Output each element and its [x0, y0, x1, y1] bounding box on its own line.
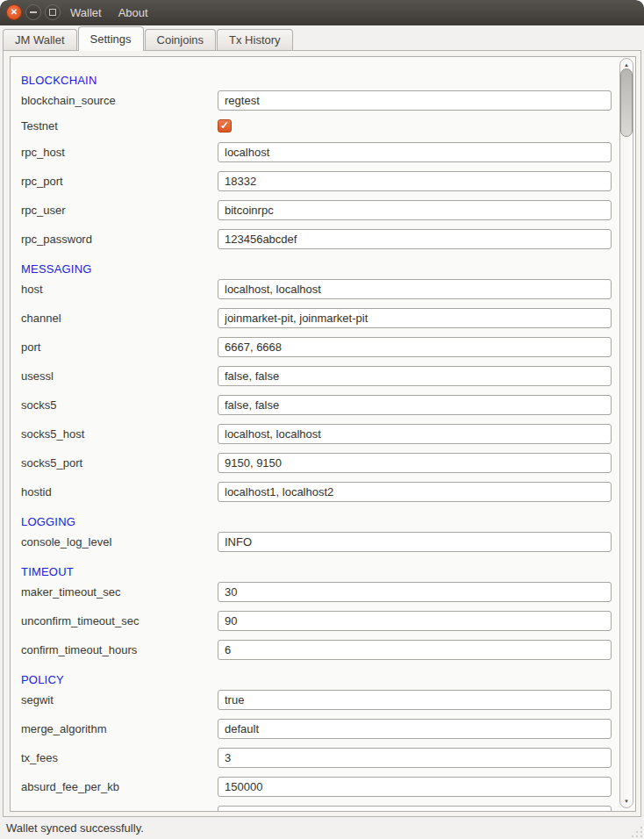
field-label: maker_timeout_sec: [21, 582, 120, 602]
tab-jm-wallet[interactable]: JM Wallet: [3, 29, 77, 50]
port-input[interactable]: [218, 337, 612, 357]
rpc_host-input[interactable]: [218, 142, 612, 162]
tab-bar: JM Wallet Settings Coinjoins Tx History: [0, 25, 644, 50]
setting-row-channel: channel: [21, 308, 618, 337]
setting-row-absurd_fee_per_kb: absurd_fee_per_kb: [21, 777, 618, 806]
rpc_password-input[interactable]: [218, 229, 612, 249]
channel-input[interactable]: [218, 308, 612, 328]
settings-form: BLOCKCHAINblockchain_sourceTestnet✓rpc_h…: [21, 69, 618, 811]
field-label: tx_fees: [21, 748, 58, 768]
field-label: socks5: [21, 395, 56, 415]
setting-row-rpc_user: rpc_user: [21, 200, 618, 229]
section-label: POLICY: [21, 673, 64, 686]
section-label: TIMEOUT: [21, 565, 74, 578]
field-label: socks5_port: [21, 453, 82, 473]
field-label: rpc_host: [21, 142, 65, 162]
field-label: confirm_timeout_hours: [21, 640, 137, 660]
setting-row-testnet: Testnet✓: [21, 119, 618, 142]
tx_fees-input[interactable]: [218, 748, 612, 768]
checkmark-icon: ✓: [220, 120, 229, 131]
vertical-scrollbar[interactable]: ▲ ▼: [619, 58, 633, 808]
socks5_host-input[interactable]: [218, 424, 612, 444]
resize-grip-icon[interactable]: [631, 826, 642, 837]
setting-row-confirm_timeout_hours: confirm_timeout_hours: [21, 640, 618, 669]
unconfirm_timeout_sec-input[interactable]: [218, 611, 612, 631]
close-button[interactable]: ✕: [6, 4, 22, 20]
setting-row-rpc_host: rpc_host: [21, 142, 618, 171]
usessl-input[interactable]: [218, 366, 612, 386]
hostid-input[interactable]: [218, 482, 612, 502]
field-label: socks5_host: [21, 424, 84, 444]
tab-tx-history[interactable]: Tx History: [217, 29, 293, 50]
field-label: port: [21, 337, 40, 357]
field-label: console_log_level: [21, 532, 111, 552]
settings-scroll-area: BLOCKCHAINblockchain_sourceTestnet✓rpc_h…: [10, 56, 636, 812]
setting-row-maker_timeout_sec: maker_timeout_sec: [21, 582, 618, 611]
host-input[interactable]: [218, 279, 612, 299]
minimize-icon: [30, 11, 37, 13]
setting-row-merge_algorithm: merge_algorithm: [21, 719, 618, 748]
field-label: rpc_port: [21, 171, 63, 191]
setting-row-unconfirm_timeout_sec: unconfirm_timeout_sec: [21, 611, 618, 640]
section-header-messaging: MESSAGING: [21, 258, 618, 279]
close-icon: ✕: [11, 8, 18, 17]
segwit-input[interactable]: [218, 690, 612, 710]
setting-row-console_log_level: console_log_level: [21, 532, 618, 561]
setting-row-socks5: socks5: [21, 395, 618, 424]
socks5_port-input[interactable]: [218, 453, 612, 473]
field-label: merge_algorithm: [21, 719, 107, 739]
field-label: usessl: [21, 366, 54, 386]
setting-row-segwit: segwit: [21, 690, 618, 719]
setting-row-tx_fees: tx_fees: [21, 748, 618, 777]
field-label: channel: [21, 308, 61, 328]
field-label: blockchain_source: [21, 90, 116, 111]
rpc_user-input[interactable]: [218, 200, 612, 220]
section-label: LOGGING: [21, 515, 75, 528]
tab-label: Settings: [90, 32, 132, 46]
field-label: host: [21, 279, 43, 299]
merge_algorithm-input[interactable]: [218, 719, 612, 739]
section-header-blockchain: BLOCKCHAIN: [21, 69, 618, 90]
field-label: unconfirm_timeout_sec: [21, 611, 139, 631]
section-label: BLOCKCHAIN: [21, 74, 97, 87]
setting-row-host: host: [21, 279, 618, 308]
menu-wallet[interactable]: Wallet: [68, 5, 104, 20]
section-label: MESSAGING: [21, 262, 92, 276]
field-label: rpc_user: [21, 200, 66, 220]
status-message: Wallet synced successfully.: [6, 821, 144, 835]
setting-row-cutoff: [21, 806, 618, 811]
tab-settings[interactable]: Settings: [78, 26, 144, 51]
socks5-input[interactable]: [218, 395, 612, 415]
confirm_timeout_hours-input[interactable]: [218, 640, 612, 660]
menubar: Wallet About: [68, 0, 150, 25]
maximize-icon: [49, 9, 56, 16]
menu-about[interactable]: About: [117, 5, 150, 20]
maximize-button[interactable]: [45, 4, 61, 20]
rpc_port-input[interactable]: [218, 171, 612, 191]
absurd_fee_per_kb-input[interactable]: [218, 777, 612, 797]
scroll-down-icon[interactable]: ▼: [620, 799, 633, 804]
setting-row-usessl: usessl: [21, 366, 618, 395]
setting-row-socks5_host: socks5_host: [21, 424, 618, 453]
setting-row-blockchain_source: blockchain_source: [21, 90, 618, 119]
cutoff-input[interactable]: [218, 806, 612, 812]
field-label: segwit: [21, 690, 54, 710]
section-header-logging: LOGGING: [21, 511, 618, 532]
tab-label: JM Wallet: [15, 33, 65, 47]
blockchain_source-input[interactable]: [218, 90, 612, 111]
setting-row-hostid: hostid: [21, 482, 618, 511]
scroll-up-icon[interactable]: ▲: [620, 62, 633, 68]
setting-row-port: port: [21, 337, 618, 366]
tab-coinjoins[interactable]: Coinjoins: [145, 29, 216, 50]
maker_timeout_sec-input[interactable]: [218, 582, 612, 602]
status-bar: Wallet synced successfully.: [0, 817, 644, 839]
tab-label: Tx History: [229, 33, 281, 47]
field-label: hostid: [21, 482, 52, 502]
testnet-checkbox[interactable]: ✓: [218, 119, 232, 133]
tab-label: Coinjoins: [157, 33, 204, 47]
section-header-timeout: TIMEOUT: [21, 561, 618, 582]
titlebar: ✕ Wallet About: [0, 0, 644, 25]
scrollbar-thumb[interactable]: [620, 68, 633, 137]
minimize-button[interactable]: [25, 4, 41, 20]
console_log_level-input[interactable]: [218, 532, 612, 552]
